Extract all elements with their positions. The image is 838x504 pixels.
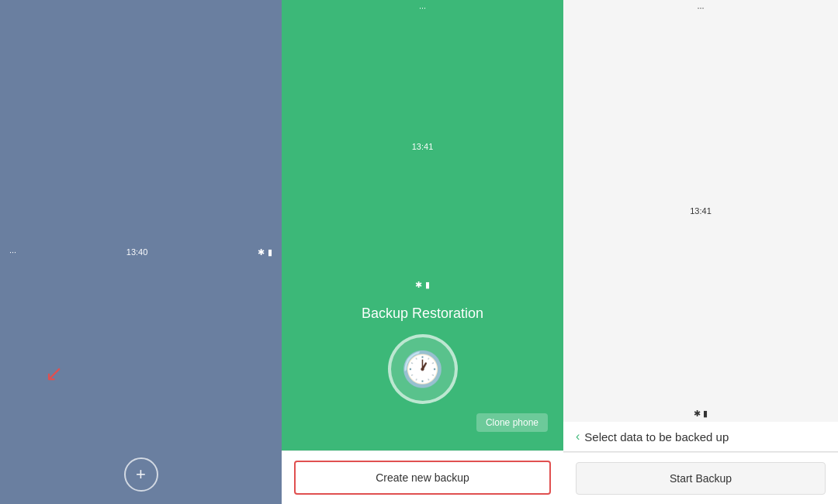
backup-status-icons: ✱ ▮ xyxy=(415,280,429,290)
backup-time: 13:41 xyxy=(412,142,434,151)
bluetooth-icon: ✱ xyxy=(258,247,265,257)
backup-title: Backup Restoration xyxy=(362,306,483,322)
back-arrow-icon[interactable]: ‹ xyxy=(576,430,580,444)
backup-restoration-panel: ··· 13:41 ✱ ▮ Backup Restoration 🕐 Clone… xyxy=(282,0,563,504)
create-new-backup-button[interactable]: Create new backup xyxy=(294,461,551,495)
clone-phone-button[interactable]: Clone phone xyxy=(476,413,548,432)
status-right: ✱ ▮ xyxy=(258,247,272,257)
backup-clock-circle: 🕐 xyxy=(388,334,458,404)
backup-dots: ··· xyxy=(419,3,426,12)
select-time: 13:41 xyxy=(690,206,712,216)
select-title-text: Select data to be backed up xyxy=(584,430,729,444)
backup-status-bar: ··· 13:41 ✱ ▮ xyxy=(282,0,563,293)
select-status-icons: ✱ ▮ xyxy=(694,409,708,419)
add-button[interactable]: + xyxy=(124,457,158,492)
status-left: ··· xyxy=(9,247,16,257)
start-backup-button[interactable]: Start Backup xyxy=(576,462,826,495)
arrow-indicator: ↙ xyxy=(45,361,63,386)
select-title: ‹ Select data to be backed up xyxy=(576,430,826,444)
create-backup-button-wrap: Create new backup xyxy=(282,450,563,504)
select-status-bar: ··· 13:41 ✱ ▮ xyxy=(563,0,838,422)
backup-header: Backup Restoration 🕐 Clone phone xyxy=(282,293,563,450)
ios-status-bar: ··· 13:40 ✱ ▮ xyxy=(0,0,282,504)
plus-icon: + xyxy=(136,464,146,485)
ios-tools-panel: ··· 13:40 ✱ ▮ Tools 👤 Contacts ✉ Email 🎙… xyxy=(0,0,282,504)
ios-time: 13:40 xyxy=(126,247,148,257)
select-header: ‹ Select data to be backed up xyxy=(563,422,838,452)
start-backup-button-wrap: Start Backup xyxy=(563,452,838,504)
select-dots: ··· xyxy=(697,3,704,12)
select-data-panel: ··· 13:41 ✱ ▮ ‹ Select data to be backed… xyxy=(563,0,838,504)
battery-icon: ▮ xyxy=(268,247,272,257)
clock-restore-icon: 🕐 xyxy=(401,349,444,389)
ios-dots: ··· xyxy=(9,247,16,257)
